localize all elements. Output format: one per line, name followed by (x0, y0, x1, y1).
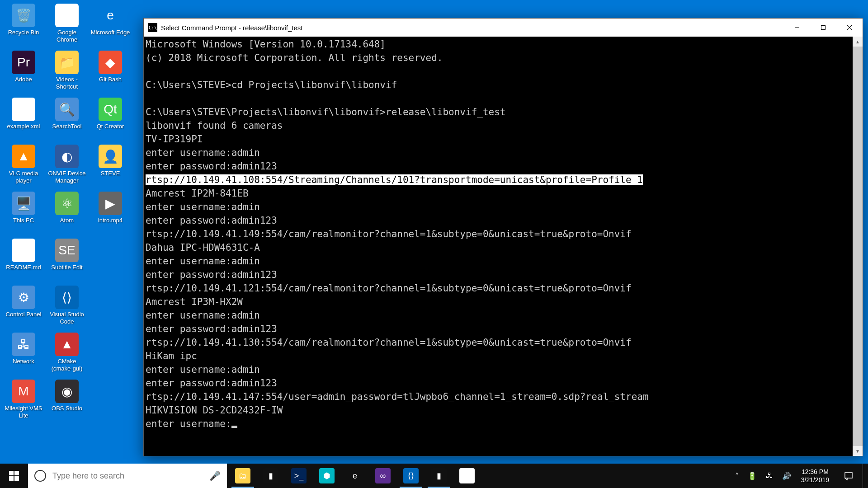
taskbar-app-cmd-running[interactable]: ▮ (425, 464, 453, 488)
scrollbar[interactable]: ▲ ▼ (853, 37, 863, 456)
icon-label: Microsoft Edge (91, 29, 130, 36)
cmd-window: C:\ Select Command Prompt - release\libo… (143, 18, 863, 456)
clock[interactable]: 12:36 PM 3/21/2019 (796, 464, 835, 488)
desktop-icon-videos-shortcut[interactable]: 📁Videos - Shortcut (45, 49, 89, 96)
desktop[interactable]: 🗑️Recycle BinPrAdobeeexample.xml▲VLC med… (0, 0, 868, 464)
maximize-button[interactable] (810, 19, 836, 37)
app-icon: e (99, 4, 122, 27)
app-icon: ◆ (99, 51, 122, 74)
ie-icon: e (347, 468, 363, 483)
terminal-line: enter password:admin123 (146, 322, 851, 336)
terminal-line: enter password:admin123 (146, 214, 851, 227)
terminal-body[interactable]: Microsoft Windows [Version 10.0.17134.64… (144, 37, 853, 456)
desktop-icon-control-panel[interactable]: ⚙Control Panel (2, 284, 45, 331)
terminal-line: Amcrest IP3M-HX2W (146, 295, 851, 309)
scroll-thumb[interactable] (853, 47, 863, 446)
app-icon: M (12, 380, 35, 403)
icon-label: Adobe (15, 76, 32, 83)
app-icon: ⬇ (12, 239, 35, 262)
start-button[interactable] (0, 464, 28, 488)
scroll-up-button[interactable]: ▲ (853, 37, 863, 47)
window-title: Select Command Prompt - release\libonvif… (161, 24, 784, 32)
terminal-line: Microsoft Windows [Version 10.0.17134.64… (146, 38, 851, 51)
close-button[interactable] (836, 19, 863, 37)
terminal-cursor (231, 426, 237, 428)
desktop-icon-cmake-cmake-gui-[interactable]: ▲CMake (cmake-gui) (45, 331, 89, 378)
desktop-icon-onvif-device-manager[interactable]: ◐ONVIF Device Manager (45, 143, 89, 190)
notifications-button[interactable] (835, 464, 863, 488)
store-icon: ⬢ (319, 468, 335, 483)
desktop-icon-qt-creator[interactable]: QtQt Creator (89, 96, 132, 143)
terminal-line: Dahua IPC-HDW4631C-A (146, 241, 851, 254)
search-box[interactable]: 🎤 (28, 464, 227, 488)
desktop-icon-git-bash[interactable]: ◆Git Bash (89, 49, 132, 96)
volume-icon[interactable]: 🔊 (778, 464, 796, 488)
app-icon: 🖧 (12, 333, 35, 356)
taskbar-app-visual-studio[interactable]: ∞ (369, 464, 397, 488)
desktop-icon-example-xml[interactable]: eexample.xml (2, 96, 45, 143)
desktop-icon-steve[interactable]: 👤STEVE (89, 143, 132, 190)
minimize-button[interactable] (784, 19, 810, 37)
icon-label: Control Panel (6, 311, 42, 318)
terminal-line: rtsp://10.149.41.130:554/cam/realmonitor… (146, 336, 851, 349)
taskbar-app-cmd[interactable]: ▮ (257, 464, 285, 488)
desktop-icon-recycle-bin[interactable]: 🗑️Recycle Bin (2, 2, 45, 49)
desktop-icon-google-chrome[interactable]: ◉Google Chrome (45, 2, 89, 49)
taskbar: 🎤 🗂▮>_⬢e∞⟨⟩▮◉ ˄ 🔋 🖧 🔊 12:36 PM 3/21/2019 (0, 464, 868, 488)
icon-label: intro.mp4 (98, 217, 123, 224)
app-icon: ▶ (99, 192, 122, 215)
terminal-line: enter username:admin (146, 363, 851, 376)
icon-label: Atom (60, 217, 74, 224)
terminal-line: enter username:admin (146, 309, 851, 322)
taskbar-app-file-explorer[interactable]: 🗂 (229, 464, 257, 488)
desktop-icon-network[interactable]: 🖧Network (2, 331, 45, 378)
terminal-line: C:\Users\STEVE>cd Projects\libonvif\libo… (146, 78, 851, 92)
scroll-track[interactable] (853, 47, 863, 446)
show-desktop-button[interactable] (863, 464, 866, 488)
terminal-line: Amcrest IP2M-841EB (146, 187, 851, 200)
desktop-icon-atom[interactable]: ⚛Atom (45, 190, 89, 237)
taskbar-app-powershell[interactable]: >_ (285, 464, 313, 488)
window-titlebar[interactable]: C:\ Select Command Prompt - release\libo… (144, 19, 863, 37)
desktop-icon-visual-studio-code[interactable]: ⟨⟩Visual Studio Code (45, 284, 89, 331)
terminal-line: enter username:admin (146, 254, 851, 268)
icon-label: VLC media player (3, 170, 44, 184)
taskbar-app-vscode[interactable]: ⟨⟩ (397, 464, 425, 488)
desktop-icon-adobe[interactable]: PrAdobe (2, 49, 45, 96)
desktop-icon-searchtool[interactable]: 🔍SearchTool (45, 96, 89, 143)
app-icon: ▲ (55, 333, 79, 356)
terminal-line: C:\Users\STEVE\Projects\libonvif\libonvi… (146, 105, 851, 119)
desktop-icon-milesight-vms-lite[interactable]: MMilesight VMS Lite (2, 378, 45, 425)
desktop-icon-vlc-media-player[interactable]: ▲VLC media player (2, 143, 45, 190)
svg-rect-4 (845, 473, 852, 478)
mic-icon[interactable]: 🎤 (209, 470, 221, 481)
scroll-down-button[interactable]: ▼ (853, 446, 863, 456)
app-icon: e (12, 98, 35, 121)
icon-label: Videos - Shortcut (47, 76, 87, 90)
taskbar-app-chrome[interactable]: ◉ (453, 464, 481, 488)
network-icon[interactable]: 🖧 (761, 464, 778, 488)
desktop-icon-subtitle-edit[interactable]: SESubtitle Edit (45, 237, 89, 284)
icon-label: SearchTool (52, 123, 81, 130)
icon-label: Recycle Bin (8, 29, 39, 36)
cmd-running-icon: ▮ (431, 468, 447, 483)
desktop-icon-this-pc[interactable]: 🖥️This PC (2, 190, 45, 237)
file-explorer-icon: 🗂 (235, 468, 250, 483)
cmd-icon: C:\ (148, 23, 157, 32)
terminal-line: enter username:admin (146, 200, 851, 214)
desktop-icon-obs-studio[interactable]: ◉OBS Studio (45, 378, 89, 425)
terminal-line: HIKVISION DS-2CD2432F-IW (146, 404, 851, 417)
tray-overflow-button[interactable]: ˄ (731, 464, 743, 488)
terminal-line (146, 65, 851, 78)
app-icon: ◉ (55, 4, 79, 27)
search-input[interactable] (52, 471, 203, 481)
app-icon: ⚛ (55, 192, 79, 215)
desktop-icon-intro-mp4[interactable]: ▶intro.mp4 (89, 190, 132, 237)
app-icon: 🗑️ (12, 4, 35, 27)
power-icon[interactable]: 🔋 (743, 464, 761, 488)
taskbar-app-ie[interactable]: e (341, 464, 369, 488)
app-icon: 🔍 (55, 98, 79, 121)
desktop-icon-microsoft-edge[interactable]: eMicrosoft Edge (89, 2, 132, 49)
taskbar-app-store[interactable]: ⬢ (313, 464, 341, 488)
desktop-icon-readme-md[interactable]: ⬇README.md (2, 237, 45, 284)
